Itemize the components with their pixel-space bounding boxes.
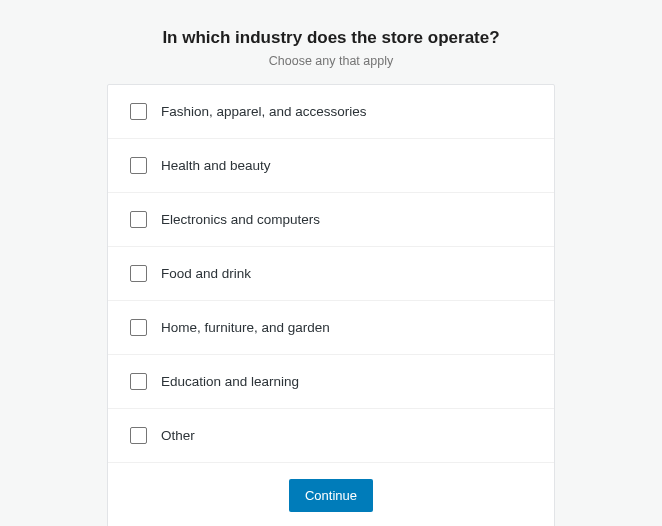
checkbox[interactable] bbox=[130, 103, 147, 120]
industry-option-health-beauty[interactable]: Health and beauty bbox=[108, 139, 554, 193]
industry-option-fashion[interactable]: Fashion, apparel, and accessories bbox=[108, 85, 554, 139]
industry-option-education[interactable]: Education and learning bbox=[108, 355, 554, 409]
industry-option-home-garden[interactable]: Home, furniture, and garden bbox=[108, 301, 554, 355]
onboarding-step: In which industry does the store operate… bbox=[0, 0, 662, 526]
checkbox[interactable] bbox=[130, 373, 147, 390]
checkbox[interactable] bbox=[130, 265, 147, 282]
card-footer: Continue bbox=[108, 463, 554, 526]
option-label: Food and drink bbox=[161, 266, 251, 281]
option-label: Health and beauty bbox=[161, 158, 271, 173]
option-label: Education and learning bbox=[161, 374, 299, 389]
checkbox[interactable] bbox=[130, 157, 147, 174]
industry-option-electronics[interactable]: Electronics and computers bbox=[108, 193, 554, 247]
industry-options-card: Fashion, apparel, and accessories Health… bbox=[107, 84, 555, 526]
option-label: Other bbox=[161, 428, 195, 443]
industry-option-other[interactable]: Other bbox=[108, 409, 554, 463]
option-label: Fashion, apparel, and accessories bbox=[161, 104, 367, 119]
checkbox[interactable] bbox=[130, 427, 147, 444]
checkbox[interactable] bbox=[130, 211, 147, 228]
option-label: Home, furniture, and garden bbox=[161, 320, 330, 335]
page-subtitle: Choose any that apply bbox=[0, 54, 662, 68]
checkbox[interactable] bbox=[130, 319, 147, 336]
industry-option-food-drink[interactable]: Food and drink bbox=[108, 247, 554, 301]
continue-button[interactable]: Continue bbox=[289, 479, 373, 512]
page-title: In which industry does the store operate… bbox=[0, 28, 662, 48]
option-label: Electronics and computers bbox=[161, 212, 320, 227]
